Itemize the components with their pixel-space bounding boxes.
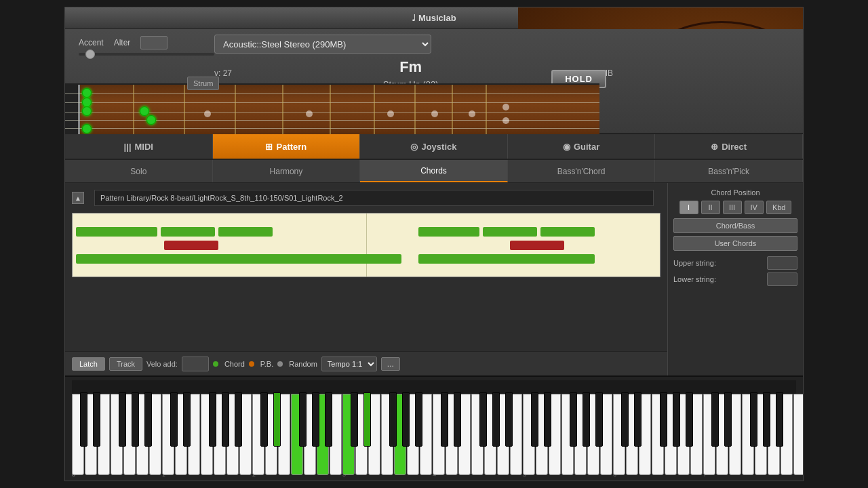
- velo-add-input[interactable]: -10: [182, 357, 209, 371]
- chord-indicator: [213, 361, 218, 367]
- black-key-39[interactable]: [363, 392, 371, 447]
- black-key-63[interactable]: [544, 392, 551, 447]
- upper-string-input[interactable]: 1: [767, 256, 797, 270]
- black-key-13[interactable]: [170, 392, 178, 447]
- fret-dot-1: [204, 110, 211, 117]
- string-2: [65, 102, 599, 103]
- lower-string-input[interactable]: 6: [767, 272, 797, 286]
- fret-dot-3: [387, 110, 394, 117]
- black-key-6[interactable]: [119, 392, 126, 447]
- black-key-30[interactable]: [299, 392, 307, 447]
- track-r3: [540, 227, 595, 237]
- black-key-18[interactable]: [209, 392, 216, 447]
- subtab-harmony[interactable]: Harmony: [213, 160, 361, 182]
- fret-dot-5: [469, 110, 475, 117]
- chord-pos-buttons: I II III IV Kbd: [673, 201, 797, 214]
- black-key-94[interactable]: [776, 392, 783, 447]
- chord-ctrl-label: Chord: [224, 360, 245, 368]
- black-key-78[interactable]: [660, 392, 667, 447]
- velo-add-label: Velo add:: [146, 360, 178, 368]
- guitar-tab-label: Guitar: [574, 142, 599, 152]
- black-key-82[interactable]: [686, 392, 693, 447]
- chord-pos-I[interactable]: I: [679, 201, 698, 214]
- black-key-15[interactable]: [183, 392, 191, 447]
- black-key-61[interactable]: [531, 392, 538, 447]
- chord-pos-kbd[interactable]: Kbd: [766, 201, 792, 214]
- track-bottom: [76, 254, 401, 264]
- black-key-10[interactable]: [144, 392, 152, 447]
- chord-pos-II[interactable]: II: [701, 201, 720, 214]
- right-panel: Chord Position I II III IV Kbd Chord/Bas…: [667, 183, 803, 375]
- latch-button[interactable]: Latch: [72, 357, 105, 371]
- chord-pos-III[interactable]: III: [723, 201, 742, 214]
- black-key-58[interactable]: [505, 392, 513, 447]
- piano-keys: [72, 380, 796, 475]
- black-key-22[interactable]: [235, 392, 242, 447]
- black-key-37[interactable]: [351, 392, 358, 447]
- pattern-divider: [366, 214, 367, 277]
- midi-icon: |||: [124, 142, 132, 152]
- black-key-34[interactable]: [325, 392, 332, 447]
- more-button[interactable]: ...: [381, 357, 400, 371]
- path-up-button[interactable]: ▲: [72, 192, 84, 204]
- strum-button[interactable]: Strum: [187, 77, 219, 90]
- black-key-8[interactable]: [132, 392, 139, 447]
- tab-midi[interactable]: ||| MIDI: [65, 134, 213, 159]
- black-key-87[interactable]: [724, 392, 732, 447]
- black-key-51[interactable]: [454, 392, 461, 447]
- black-key-92[interactable]: [763, 392, 770, 447]
- black-key-49[interactable]: [441, 392, 448, 447]
- tempo-select[interactable]: Tempo 1:1: [321, 357, 377, 371]
- black-key-1[interactable]: [80, 392, 87, 447]
- subtab-bassn-pick[interactable]: Bass'n'Pick: [655, 160, 803, 182]
- black-key-46[interactable]: [415, 392, 422, 447]
- black-key-27[interactable]: [273, 392, 281, 447]
- black-key-56[interactable]: [492, 392, 500, 447]
- chord-position-label: Chord Position: [673, 188, 797, 197]
- harmony-label: Harmony: [270, 167, 303, 176]
- track-1: [76, 227, 157, 237]
- pb-ctrl-label: P.B.: [260, 360, 273, 368]
- black-key-73[interactable]: [621, 392, 629, 447]
- subtab-bassn-chord[interactable]: Bass'n'Chord: [508, 160, 656, 182]
- track-3: [218, 227, 273, 237]
- black-key-25[interactable]: [260, 392, 268, 447]
- black-key-32[interactable]: [312, 392, 319, 447]
- tab-guitar[interactable]: ◉ Guitar: [508, 134, 656, 159]
- path-bar-row: ▲ Pattern Library/Rock 8-beat/LightRock_…: [72, 186, 660, 209]
- bottom-controls: Latch Track Velo add: -10 Chord P.B. Ran…: [65, 351, 667, 375]
- black-key-54[interactable]: [479, 392, 487, 447]
- black-key-80[interactable]: [673, 392, 680, 447]
- tab-direct[interactable]: ⊕ Direct: [655, 134, 803, 159]
- solo-label: Solo: [130, 167, 146, 176]
- accent-slider-container: [79, 53, 214, 56]
- track-button[interactable]: Track: [109, 357, 142, 371]
- fret-dot-4: [431, 110, 438, 117]
- alter-input[interactable]: 2: [140, 36, 167, 49]
- black-key-90[interactable]: [750, 392, 757, 447]
- midi-tab-label: MIDI: [135, 142, 153, 152]
- black-key-68[interactable]: [583, 392, 590, 447]
- black-key-44[interactable]: [402, 392, 410, 447]
- chord-bass-button[interactable]: Chord/Bass: [673, 218, 797, 233]
- black-key-3[interactable]: [93, 392, 100, 447]
- tab-joystick[interactable]: ◎ Joystick: [360, 134, 508, 159]
- accent-thumb[interactable]: [85, 49, 95, 59]
- white-key-last[interactable]: [793, 394, 804, 475]
- accent-label: Accent: [79, 38, 104, 47]
- sub-tabs: Solo Harmony Chords Bass'n'Chord Bass'n'…: [65, 160, 803, 183]
- piano-area: 0 01234567: [65, 375, 803, 481]
- black-key-70[interactable]: [595, 392, 603, 447]
- black-key-66[interactable]: [570, 392, 577, 447]
- chord-pos-IV[interactable]: IV: [745, 201, 764, 214]
- black-key-42[interactable]: [389, 392, 397, 447]
- user-chords-button[interactable]: User Chords: [673, 236, 797, 251]
- black-key-85[interactable]: [711, 392, 719, 447]
- black-key-75[interactable]: [634, 392, 642, 447]
- subtab-chords[interactable]: Chords: [360, 160, 508, 182]
- black-key-20[interactable]: [222, 392, 229, 447]
- subtab-solo[interactable]: Solo: [65, 160, 213, 182]
- accent-slider: [79, 53, 214, 56]
- preset-select[interactable]: Acoustic::Steel Stereo (290MB): [214, 35, 431, 54]
- tab-pattern[interactable]: ⊞ Pattern: [213, 134, 361, 159]
